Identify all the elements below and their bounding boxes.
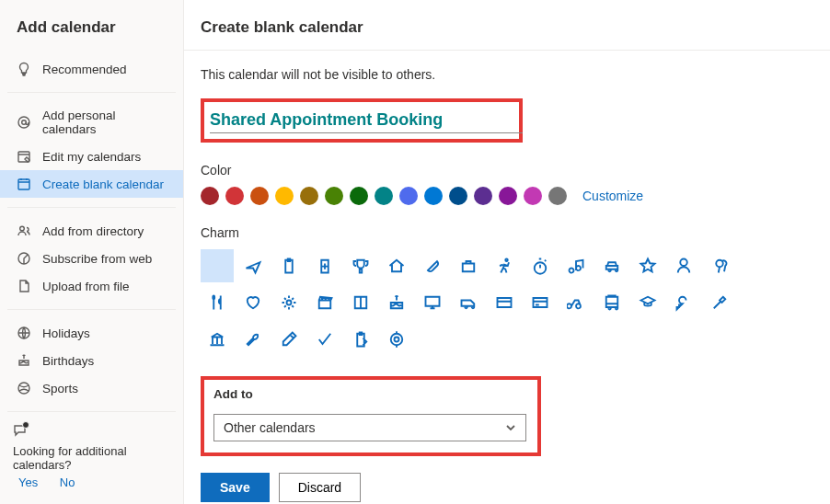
color-swatch[interactable] xyxy=(548,187,567,205)
sidebar-item-upload-file[interactable]: Upload from file xyxy=(0,272,183,300)
color-swatch[interactable] xyxy=(474,187,492,205)
sidebar-item-label: Recommended xyxy=(42,63,127,76)
pill-icon xyxy=(423,257,442,275)
sidebar-item-add-personal[interactable]: Add personal calendars xyxy=(0,102,183,143)
customize-link[interactable]: Customize xyxy=(582,189,643,203)
charm-briefcase[interactable] xyxy=(452,249,485,282)
briefcase-icon xyxy=(459,257,478,275)
calendar-name-input[interactable] xyxy=(210,108,523,133)
color-swatch[interactable] xyxy=(375,187,393,205)
color-swatch[interactable] xyxy=(424,187,443,205)
sidebar-item-sports[interactable]: Sports xyxy=(0,374,183,402)
color-swatch[interactable] xyxy=(250,187,269,205)
comment-icon xyxy=(13,423,28,441)
svg-point-0 xyxy=(18,117,29,128)
charm-wrench[interactable] xyxy=(236,323,270,356)
sidebar-item-recommended[interactable]: Recommended xyxy=(0,55,183,83)
charm-check[interactable] xyxy=(308,323,341,356)
charm-bank[interactable] xyxy=(201,323,234,356)
color-swatch[interactable] xyxy=(300,187,318,205)
looking-for-calendars: Looking for additional calendars? Yes No xyxy=(0,418,183,495)
charm-book[interactable] xyxy=(344,286,377,319)
svg-rect-2 xyxy=(18,152,29,162)
add-to-select[interactable]: Other calendars xyxy=(213,414,526,441)
charm-trophy[interactable] xyxy=(344,249,377,282)
charm-car[interactable] xyxy=(595,249,628,282)
sidebar-item-label: Edit my calendars xyxy=(42,150,141,164)
discard-button[interactable]: Discard xyxy=(279,473,361,502)
ball-icon xyxy=(17,381,31,395)
star-icon xyxy=(639,257,657,275)
sidebar-item-holidays[interactable]: Holidays xyxy=(0,319,183,347)
charm-person[interactable] xyxy=(667,249,700,282)
charm-shovel[interactable] xyxy=(272,323,305,356)
sidebar-item-label: Sports xyxy=(42,382,78,395)
sidebar-item-subscribe-web[interactable]: Subscribe from web xyxy=(0,245,183,272)
charm-monitor[interactable] xyxy=(416,286,449,319)
monitor-icon xyxy=(423,293,442,312)
tools-icon xyxy=(710,293,729,312)
charm-home[interactable] xyxy=(380,249,413,282)
charm-clipboard2[interactable] xyxy=(344,323,377,356)
cake-icon xyxy=(17,353,31,368)
color-swatch[interactable] xyxy=(201,187,219,205)
color-swatch[interactable] xyxy=(325,187,343,205)
person-icon xyxy=(674,257,693,275)
home-icon xyxy=(387,257,406,275)
people-icon xyxy=(17,223,31,238)
charm-plane[interactable] xyxy=(236,249,270,282)
charm-music[interactable] xyxy=(559,249,593,282)
color-swatch[interactable] xyxy=(350,187,368,205)
charm-run[interactable] xyxy=(488,249,521,282)
calendar-name-highlight xyxy=(201,98,523,143)
sidebar-item-label: Add from directory xyxy=(42,224,144,238)
charm-grad[interactable] xyxy=(631,286,664,319)
globe-icon xyxy=(17,326,31,340)
charm-none[interactable] xyxy=(201,249,234,282)
charm-clipboard[interactable] xyxy=(272,249,305,282)
charm-target[interactable] xyxy=(380,323,413,356)
charm-bus[interactable] xyxy=(595,286,628,319)
page-description: This calendar will not be visible to oth… xyxy=(201,67,808,82)
charm-van[interactable] xyxy=(452,286,485,319)
charm-cake[interactable] xyxy=(380,286,413,319)
charm-food[interactable] xyxy=(201,286,234,319)
charm-clapper[interactable] xyxy=(308,286,341,319)
add-to-label: Add to xyxy=(213,387,528,401)
van-icon xyxy=(459,293,478,312)
color-swatch[interactable] xyxy=(399,187,418,205)
charm-medical[interactable] xyxy=(308,249,341,282)
sidebar-title: Add calendar xyxy=(0,9,183,52)
svg-rect-3 xyxy=(18,179,29,189)
sidebar-item-create-blank[interactable]: Create blank calendar xyxy=(0,170,183,198)
looking-yes-link[interactable]: Yes xyxy=(18,475,38,489)
sidebar-item-edit-calendars[interactable]: Edit my calendars xyxy=(0,143,183,170)
sidebar-item-birthdays[interactable]: Birthdays xyxy=(0,347,183,374)
looking-no-link[interactable]: No xyxy=(60,475,75,489)
svg-point-4 xyxy=(20,226,25,231)
page-title: Create blank calendar xyxy=(201,9,808,50)
charm-gear[interactable] xyxy=(272,286,305,319)
charm-credit[interactable] xyxy=(524,286,557,319)
charm-tools[interactable] xyxy=(703,286,736,319)
charm-star[interactable] xyxy=(631,249,664,282)
color-swatch[interactable] xyxy=(275,187,294,205)
color-swatch[interactable] xyxy=(449,187,467,205)
charm-card[interactable] xyxy=(488,286,521,319)
color-swatch[interactable] xyxy=(499,187,517,205)
charm-balloons[interactable] xyxy=(703,249,736,282)
charm-heart[interactable] xyxy=(236,286,270,319)
charm-bike[interactable] xyxy=(559,286,593,319)
charm-stopwatch[interactable] xyxy=(524,249,557,282)
charm-pill[interactable] xyxy=(416,249,449,282)
sidebar-item-add-directory[interactable]: Add from directory xyxy=(0,217,183,245)
save-button[interactable]: Save xyxy=(201,473,270,502)
bus-icon xyxy=(603,293,621,312)
heart-icon xyxy=(244,293,262,312)
file-icon xyxy=(17,279,31,293)
balloons-icon xyxy=(710,257,729,275)
check-icon xyxy=(316,330,334,349)
color-swatch[interactable] xyxy=(225,187,244,205)
charm-key[interactable] xyxy=(667,286,700,319)
color-swatch[interactable] xyxy=(524,187,542,205)
